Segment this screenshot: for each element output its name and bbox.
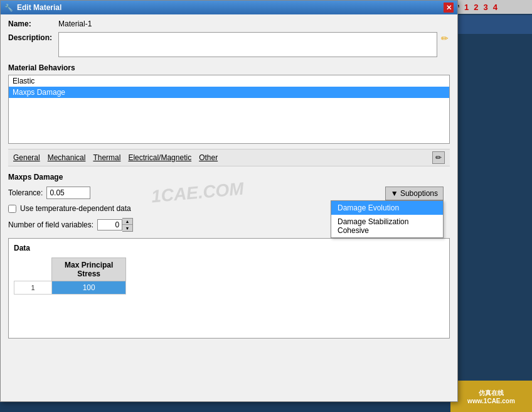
edit-material-dialog: 🔧 Edit Material ✕ Name: Material-1 Descr… — [0, 0, 458, 402]
menu-other[interactable]: Other — [199, 153, 218, 162]
bottom-watermark-panel: 仿真在线www.1CAE.com — [450, 381, 532, 412]
description-row: Description: ✏ — [8, 32, 450, 57]
menu-edit-button[interactable]: ✏ — [432, 151, 445, 164]
cell-value[interactable]: 100 — [52, 281, 126, 295]
dialog-icon: 🔧 — [4, 4, 13, 12]
nav-numbers: 1 2 3 4 — [464, 3, 497, 12]
description-edit-button[interactable]: ✏ — [440, 32, 450, 45]
col-header-max-principal: Max PrincipalStress — [52, 258, 126, 281]
suboptions-dropdown: Damage Evolution Damage Stabilization Co… — [331, 200, 444, 238]
data-table: Max PrincipalStress 1 100 — [14, 258, 126, 295]
tolerance-and-suboptions: Tolerance: ▼ Suboptions Damage Evolution… — [8, 187, 450, 199]
menu-items: General Mechanical Thermal Electrical/Ma… — [13, 153, 218, 162]
menu-general[interactable]: General — [13, 153, 40, 162]
table-row: 1 100 — [14, 281, 126, 295]
right-panel-toolbar: ↗ 1 2 3 4 — [450, 0, 532, 14]
tolerance-label: Tolerance: — [8, 188, 43, 197]
subsection-title: Maxps Damage — [8, 173, 450, 182]
close-button[interactable]: ✕ — [444, 3, 454, 13]
menu-thermal[interactable]: Thermal — [93, 153, 120, 162]
name-value: Material-1 — [58, 19, 92, 28]
dialog-body: Name: Material-1 Description: ✏ Material… — [1, 14, 457, 344]
right-panel-secondary-toolbar — [450, 15, 532, 34]
title-bar-left: 🔧 Edit Material — [4, 3, 61, 12]
data-section-label: Data — [14, 244, 444, 252]
title-bar: 🔧 Edit Material ✕ — [1, 1, 457, 14]
name-label: Name: — [8, 19, 58, 28]
suboption-damage-stabilization[interactable]: Damage Stabilization Cohesive — [331, 215, 443, 237]
menu-electrical-magnetic[interactable]: Electrical/Magnetic — [128, 153, 191, 162]
nav-num-3[interactable]: 3 — [483, 3, 487, 12]
tolerance-input[interactable] — [46, 187, 90, 199]
behavior-item-elastic[interactable]: Elastic — [9, 75, 449, 87]
nav-num-2[interactable]: 2 — [474, 3, 478, 12]
nav-num-4[interactable]: 4 — [493, 3, 497, 12]
spinner-up-button[interactable]: ▲ — [122, 219, 132, 225]
category-menu-bar: General Mechanical Thermal Electrical/Ma… — [8, 149, 450, 166]
temp-dependent-checkbox[interactable] — [8, 205, 16, 213]
spinner-buttons: ▲ ▼ — [122, 218, 133, 232]
description-input[interactable] — [58, 32, 437, 57]
suboptions-button[interactable]: ▼ Suboptions — [385, 187, 444, 200]
field-vars-label: Number of field variables: — [8, 220, 93, 229]
suboptions-container: ▼ Suboptions Damage Evolution Damage Sta… — [385, 187, 444, 200]
spinner-down-button[interactable]: ▼ — [122, 225, 132, 231]
dialog-title: Edit Material — [17, 3, 61, 12]
description-label: Description: — [8, 33, 58, 42]
field-vars-input[interactable] — [97, 219, 122, 230]
data-section: Data Max PrincipalStress 1 100 — [8, 238, 450, 339]
field-vars-spinner: ▲ ▼ — [97, 218, 133, 232]
name-row: Name: Material-1 — [8, 19, 450, 28]
right-panel: ↗ 1 2 3 4 — [450, 0, 532, 412]
nav-num-1[interactable]: 1 — [464, 3, 469, 12]
temp-dependent-label: Use temperature-dependent data — [20, 204, 131, 213]
tolerance-row: Tolerance: — [8, 187, 450, 199]
material-behaviors-label: Material Behaviors — [8, 63, 450, 72]
menu-mechanical[interactable]: Mechanical — [48, 153, 86, 162]
row-number: 1 — [14, 281, 52, 295]
behavior-item-maxps[interactable]: Maxps Damage — [9, 87, 449, 98]
suboption-damage-evolution[interactable]: Damage Evolution — [331, 201, 443, 215]
behaviors-list: Elastic Maxps Damage — [8, 75, 450, 144]
